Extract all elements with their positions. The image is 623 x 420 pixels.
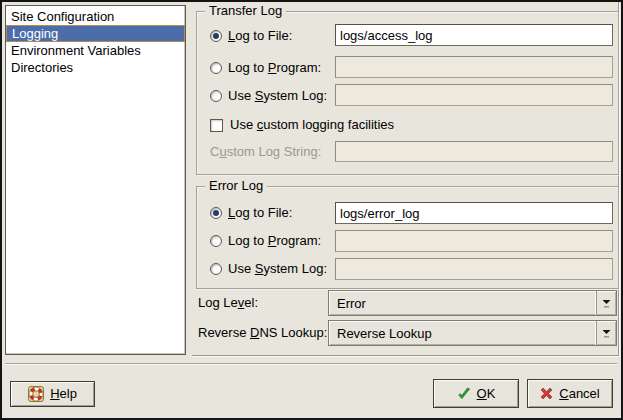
- error-use-system-log-label: Use System Log:: [228, 261, 327, 277]
- transfer-log-program-input: [335, 56, 613, 78]
- category-list: Site Configuration Logging Environment V…: [5, 5, 186, 355]
- log-level-label: Log Level:: [198, 290, 258, 316]
- transfer-log-to-program-radio[interactable]: [210, 62, 222, 74]
- custom-log-string-input: [335, 141, 613, 162]
- category-item-directories[interactable]: Directories: [6, 59, 185, 76]
- transfer-log-to-program-label: Log to Program:: [228, 60, 321, 76]
- custom-log-string-label: Custom Log String:: [210, 144, 321, 160]
- transfer-system-log-input: [335, 84, 613, 106]
- category-item-logging[interactable]: Logging: [6, 25, 185, 42]
- help-button[interactable]: Help: [10, 381, 95, 407]
- custom-logging-facilities-label: Use custom logging facilities: [230, 117, 394, 133]
- category-item-site-configuration[interactable]: Site Configuration: [6, 8, 185, 25]
- transfer-log-legend: Transfer Log: [205, 3, 286, 18]
- ok-button-label: OK: [477, 386, 496, 402]
- transfer-log-to-file-radio[interactable]: [210, 30, 222, 42]
- error-log-program-input: [335, 230, 613, 252]
- log-level-dropdown[interactable]: Error: [328, 290, 617, 316]
- dropdown-arrow-icon: [596, 321, 616, 345]
- custom-logging-facilities-checkbox[interactable]: [210, 119, 223, 132]
- transfer-log-to-file-label: Log to File:: [228, 28, 292, 44]
- cancel-button-label: Cancel: [559, 386, 599, 402]
- reverse-dns-lookup-label: Reverse DNS Lookup:: [198, 320, 327, 346]
- ok-button[interactable]: OK: [433, 379, 519, 408]
- help-button-label: Help: [50, 386, 77, 402]
- logging-dialog: Site Configuration Logging Environment V…: [0, 0, 623, 420]
- transfer-use-system-log-label: Use System Log:: [228, 88, 327, 104]
- help-icon: [28, 386, 44, 402]
- transfer-use-system-log-radio[interactable]: [210, 90, 222, 102]
- bottom-separator: [5, 363, 617, 365]
- error-log-to-program-radio[interactable]: [210, 235, 222, 247]
- log-level-value: Error: [329, 296, 596, 311]
- error-log-legend: Error Log: [205, 178, 267, 193]
- error-system-log-input: [335, 258, 613, 280]
- cancel-button[interactable]: Cancel: [527, 379, 613, 408]
- reverse-dns-lookup-dropdown[interactable]: Reverse Lookup: [328, 320, 617, 346]
- ok-check-icon: [457, 387, 471, 401]
- category-item-environment-variables[interactable]: Environment Variables: [6, 42, 185, 59]
- cancel-x-icon: [540, 387, 553, 400]
- error-log-to-file-label: Log to File:: [228, 205, 292, 221]
- reverse-dns-lookup-value: Reverse Lookup: [329, 326, 596, 341]
- error-log-to-file-radio[interactable]: [210, 207, 222, 219]
- transfer-log-file-input[interactable]: [335, 24, 613, 46]
- error-log-file-input[interactable]: [335, 202, 613, 224]
- dropdown-arrow-icon: [596, 291, 616, 315]
- error-use-system-log-radio[interactable]: [210, 263, 222, 275]
- error-log-to-program-label: Log to Program:: [228, 233, 321, 249]
